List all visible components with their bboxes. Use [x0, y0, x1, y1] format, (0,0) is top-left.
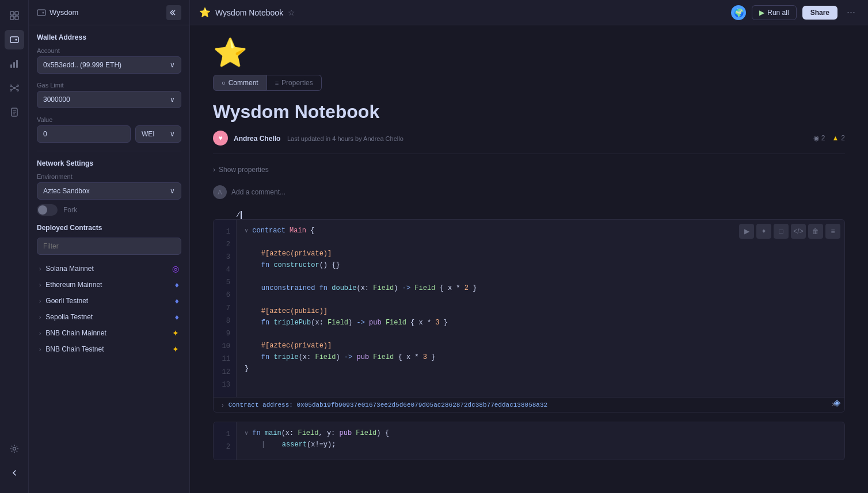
account-select[interactable]: 0x5B3edd.. (99.999 ETH) ∨ [37, 56, 181, 74]
code-view-button[interactable]: </> [791, 224, 806, 239]
value-input[interactable] [37, 125, 131, 143]
network-expand-icon: › [39, 298, 41, 304]
value-unit-chevron-icon: ∨ [170, 130, 175, 138]
run-cell-button[interactable]: ▶ [739, 224, 754, 239]
network-item-bnb-test[interactable]: › BNB Chain Testnet ✦ [37, 341, 181, 357]
network-item-solana[interactable]: › Solana Mainnet ◎ [37, 261, 181, 277]
bookmark-icon[interactable]: ☆ [288, 8, 295, 17]
code-line-2 [245, 237, 836, 249]
contract-expand-icon[interactable]: › [222, 402, 224, 408]
comment-placeholder[interactable]: Add a comment... [231, 188, 285, 196]
line-numbers-1: 1 2 3 4 5 6 7 8 9 10 11 12 13 [214, 220, 237, 397]
svg-rect-1 [15, 12, 18, 15]
tab-properties[interactable]: ≡ Properties [267, 75, 322, 91]
network-expand-icon: › [39, 266, 41, 272]
network-item-ethereum[interactable]: › Ethereum Mainnet ♦ [37, 277, 181, 293]
user-avatar-globe: 🌍 [731, 5, 746, 20]
environment-value: Aztec Sandbox [43, 187, 90, 195]
code-line-2-2: | assert(x!=y); [245, 440, 836, 451]
account-label: Account [37, 47, 181, 54]
svg-rect-6 [10, 64, 12, 68]
code-lines-1: ∨ contract Main { #[aztec(private)] fn c… [237, 220, 844, 397]
share-button[interactable]: Share [802, 6, 837, 20]
sidebar-item-docs[interactable] [5, 102, 24, 122]
code-line-8: #[aztec(public)] [245, 306, 836, 318]
environment-chevron-icon: ∨ [170, 187, 175, 195]
environment-select[interactable]: Aztec Sandbox ∨ [37, 182, 181, 200]
svg-rect-3 [15, 16, 18, 20]
add-block-button[interactable]: ✦ [756, 224, 771, 239]
code-editor-2[interactable]: 1 2 ∨ fn main(x: Field, y: pub Field) { … [213, 422, 845, 460]
fork-toggle[interactable] [37, 204, 58, 216]
code-lines-2: ∨ fn main(x: Field, y: pub Field) { | as… [237, 422, 844, 459]
comment-input-row: A Add a comment... [213, 182, 845, 202]
tab-comment-label: Comment [229, 79, 258, 87]
delete-cell-button[interactable]: 🗑 [808, 224, 823, 239]
code-line-3: #[aztec(private)] [245, 249, 836, 260]
sidebar-header: Wysdom [29, 0, 189, 25]
author-meta: Last updated in 4 hours by Andrea Chello [287, 135, 403, 142]
code-line-5 [245, 272, 836, 283]
wallet-section-title: Wallet Address [37, 33, 181, 41]
cell-toolbar: ▶ ✦ □ </> 🗑 ≡ [739, 224, 840, 239]
more-options-button[interactable]: ··· [843, 5, 859, 20]
cursor [241, 211, 242, 219]
contract-address-bar: › Contract address: 0x05dab19fb90937e016… [214, 397, 844, 412]
goerli-icon: ♦ [175, 296, 179, 305]
network-name: Goerli Testnet [45, 297, 88, 305]
value-row: WEI ∨ [37, 125, 181, 143]
network-expand-icon: › [39, 282, 41, 288]
svg-rect-0 [10, 12, 14, 15]
sidebar-item-chart[interactable] [5, 54, 24, 74]
solana-icon: ◎ [172, 264, 179, 273]
sidebar-item-wallet[interactable] [5, 30, 24, 49]
sidebar-item-nodes[interactable] [5, 78, 24, 98]
sidebar-workspace-name: Wysdom [50, 8, 78, 17]
comment-cell-button[interactable]: □ [774, 224, 789, 239]
code-line-6: unconstrained fn double(x: Field) -> Fie… [245, 283, 836, 295]
sidebar: Wysdom Wallet Address Account 0x5B3edd..… [29, 0, 190, 493]
sidebar-title: Wysdom [37, 8, 78, 17]
svg-rect-2 [10, 16, 14, 20]
network-expand-icon: › [39, 346, 41, 353]
sepolia-icon: ♦ [175, 312, 179, 322]
collapse-sidebar-button[interactable] [166, 5, 181, 20]
value-unit-select[interactable]: WEI ∨ [135, 125, 181, 143]
warning-icon: ▲ [832, 134, 839, 142]
line-numbers-2: 1 2 [214, 422, 237, 459]
more-cell-button[interactable]: ≡ [825, 224, 840, 239]
deployed-section-title: Deployed Contracts [37, 224, 181, 232]
gas-limit-select[interactable]: 3000000 ∨ [37, 91, 181, 108]
code-line-2-1: ∨ fn main(x: Field, y: pub Field) { [245, 428, 836, 440]
svg-rect-4 [10, 37, 18, 43]
fork-row: Fork [37, 204, 181, 216]
comment-icon: ○ [222, 79, 226, 86]
topbar-title: Wysdom Notebook [215, 8, 283, 17]
views-count: 2 [821, 134, 825, 142]
network-item-goerli[interactable]: › Goerli Testnet ♦ [37, 293, 181, 309]
show-props-chevron-icon: › [213, 166, 215, 174]
network-item-sepolia[interactable]: › Sepolia Testnet ♦ [37, 309, 181, 325]
tab-comment[interactable]: ○ Comment [213, 75, 267, 91]
filter-input[interactable] [37, 238, 181, 255]
svg-line-16 [11, 88, 14, 90]
bnb-test-icon: ✦ [172, 345, 179, 354]
code-line-9: fn triplePub(x: Field) -> pub Field { x … [245, 318, 836, 329]
sidebar-item-files[interactable] [5, 6, 24, 25]
svg-line-14 [11, 86, 14, 88]
svg-line-17 [14, 88, 18, 90]
topbar: ⭐ Wysdom Notebook ☆ 🌍 ▶ Run all Share ··… [190, 0, 868, 25]
show-properties-toggle[interactable]: › Show properties [213, 162, 845, 177]
author-avatar: ♥ [213, 131, 228, 146]
cursor-char: / [236, 211, 241, 219]
author-info: Andrea Chello Last updated in 4 hours by… [234, 134, 403, 143]
sidebar-item-settings[interactable] [5, 439, 24, 458]
network-name: Ethereum Mainnet [45, 281, 102, 289]
run-all-button[interactable]: ▶ Run all [752, 5, 796, 20]
content-area: ⭐ ○ Comment ≡ Properties Wysdom Notebook… [190, 25, 868, 493]
code-editor-1[interactable]: 1 2 3 4 5 6 7 8 9 10 11 12 13 [213, 219, 845, 412]
sidebar-collapse-button[interactable] [5, 463, 24, 483]
properties-icon: ≡ [275, 79, 279, 86]
account-value: 0x5B3edd.. (99.999 ETH) [43, 61, 121, 69]
network-item-bnb-main[interactable]: › BNB Chain Mainnet ✦ [37, 325, 181, 341]
